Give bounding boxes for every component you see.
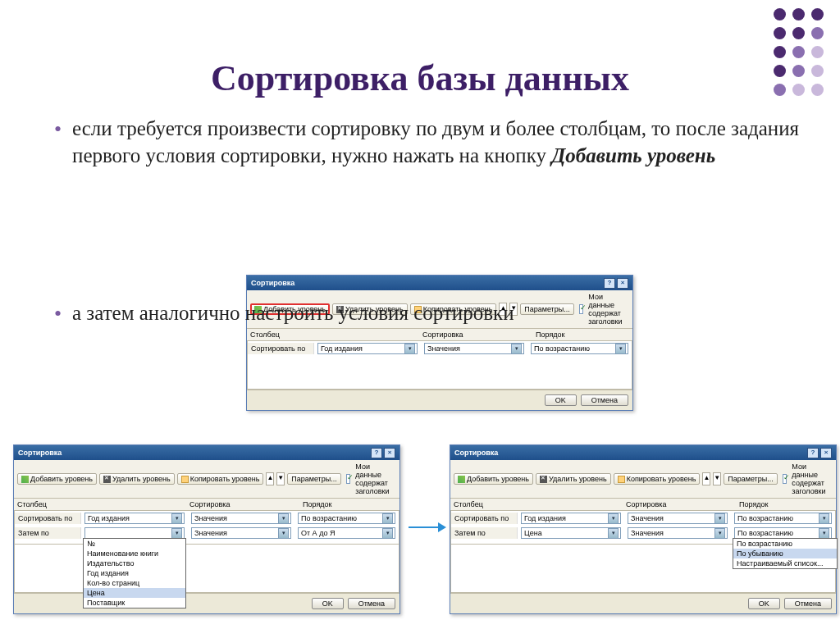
order-dropdown[interactable]: По возрастанию По убыванию Настраиваемый… bbox=[733, 538, 838, 569]
headers-checkbox[interactable] bbox=[346, 474, 351, 484]
order-combo[interactable]: По возрастанию▾ bbox=[734, 513, 832, 524]
dropdown-item[interactable]: Настраиваемый список... bbox=[733, 558, 837, 568]
sorton-combo[interactable]: Значения▾ bbox=[628, 513, 728, 524]
dropdown-item[interactable]: Цена bbox=[84, 588, 185, 598]
order-combo-2[interactable]: От А до Я▾ bbox=[298, 527, 395, 539]
order-combo[interactable]: По возрастанию▾ bbox=[531, 343, 628, 354]
move-up-button[interactable]: ▲ bbox=[702, 472, 710, 485]
copy-level-button[interactable]: Копировать уровень bbox=[614, 473, 701, 485]
svg-marker-1 bbox=[438, 522, 446, 532]
sorton-combo[interactable]: Значения▾ bbox=[191, 513, 291, 524]
column-combo-2[interactable]: Цена▾ bbox=[521, 527, 621, 539]
col-header-sort: Сортировка bbox=[419, 329, 532, 340]
dialog-titlebar: Сортировка ?× bbox=[450, 445, 836, 460]
delete-level-button[interactable]: Удалить уровень bbox=[99, 473, 175, 485]
order-combo[interactable]: По возрастанию▾ bbox=[298, 513, 395, 524]
dropdown-item[interactable]: По возрастанию bbox=[733, 539, 837, 549]
ok-button[interactable]: OK bbox=[748, 598, 780, 609]
params-button[interactable]: Параметры... bbox=[724, 473, 777, 485]
copy-icon bbox=[618, 476, 625, 483]
column-combo-2[interactable]: ▾ bbox=[84, 527, 185, 539]
sort-dialog-1: Сортировка ? × Добавить уровень Удалить … bbox=[246, 275, 633, 411]
bullet-1: если требуется произвести сортировку по … bbox=[49, 116, 807, 169]
close-icon[interactable]: × bbox=[820, 448, 832, 458]
ok-button[interactable]: OK bbox=[545, 394, 577, 406]
move-down-button[interactable]: ▼ bbox=[276, 472, 285, 485]
copy-level-button[interactable]: Копировать уровень bbox=[177, 473, 264, 485]
chevron-down-icon: ▾ bbox=[511, 344, 522, 354]
sort-dialog-2: Сортировка ?× Добавить уровень Удалить у… bbox=[13, 444, 400, 614]
delete-level-button[interactable]: Удалить уровень bbox=[536, 473, 611, 485]
add-icon bbox=[458, 476, 465, 483]
sortby-label: Сортировать по bbox=[248, 343, 314, 354]
close-icon[interactable]: × bbox=[384, 448, 395, 458]
bullet-2: а затем аналогично настроить условия сор… bbox=[49, 300, 807, 327]
cancel-button[interactable]: Отмена bbox=[348, 598, 395, 609]
bullet-1-bold: Добавить уровень bbox=[551, 144, 715, 166]
flow-arrow-icon bbox=[409, 518, 446, 540]
help-icon[interactable]: ? bbox=[371, 448, 382, 458]
dropdown-item[interactable]: № bbox=[84, 539, 185, 549]
page-title: Сортировка базы данных bbox=[0, 57, 840, 99]
headers-checkbox[interactable] bbox=[783, 474, 788, 484]
cancel-button[interactable]: Отмена bbox=[784, 598, 832, 609]
help-icon[interactable]: ? bbox=[604, 278, 615, 289]
close-icon[interactable]: × bbox=[617, 278, 628, 289]
delete-icon bbox=[540, 476, 547, 483]
sorton-combo[interactable]: Значения▾ bbox=[424, 343, 524, 354]
ok-button[interactable]: OK bbox=[312, 598, 344, 609]
col-header-order: Порядок bbox=[532, 329, 632, 340]
dropdown-item[interactable]: Кол-во страниц bbox=[84, 578, 185, 588]
dropdown-item[interactable]: Издательство bbox=[84, 558, 185, 568]
dropdown-item[interactable]: Наименование книги bbox=[84, 549, 185, 558]
dropdown-item[interactable]: Год издания bbox=[84, 568, 185, 578]
dropdown-item[interactable]: Поставщик bbox=[84, 598, 185, 608]
chevron-down-icon: ▾ bbox=[404, 344, 415, 354]
order-combo-2[interactable]: По возрастанию▾ bbox=[734, 527, 832, 539]
dialog-title-text: Сортировка bbox=[251, 279, 294, 287]
column-combo[interactable]: Год издания▾ bbox=[521, 513, 621, 524]
add-level-button[interactable]: Добавить уровень bbox=[17, 473, 97, 485]
help-icon[interactable]: ? bbox=[807, 448, 819, 458]
sorton-combo-2[interactable]: Значения▾ bbox=[628, 527, 728, 539]
cancel-button[interactable]: Отмена bbox=[581, 394, 628, 406]
dropdown-item[interactable]: По убыванию bbox=[733, 549, 837, 558]
add-icon bbox=[21, 476, 29, 483]
move-down-button[interactable]: ▼ bbox=[713, 472, 721, 485]
dialog-titlebar: Сортировка ?× bbox=[14, 445, 399, 460]
decorative-dots bbox=[774, 8, 824, 103]
column-combo[interactable]: Год издания▾ bbox=[84, 513, 185, 524]
delete-icon bbox=[103, 476, 111, 483]
chevron-down-icon: ▾ bbox=[615, 344, 626, 354]
add-level-button[interactable]: Добавить уровень bbox=[454, 473, 533, 485]
move-up-button[interactable]: ▲ bbox=[266, 472, 274, 485]
column-combo[interactable]: Год издания▾ bbox=[317, 343, 418, 354]
column-dropdown[interactable]: №Наименование книгиИздательствоГод издан… bbox=[83, 538, 186, 608]
dialog-titlebar: Сортировка ? × bbox=[247, 276, 632, 290]
sort-dialog-3: Сортировка ?× Добавить уровень Удалить у… bbox=[450, 444, 837, 614]
copy-icon bbox=[181, 476, 189, 483]
sorton-combo-2[interactable]: Значения▾ bbox=[191, 527, 291, 539]
params-button[interactable]: Параметры... bbox=[287, 473, 340, 485]
col-header-column: Столбец bbox=[247, 329, 313, 340]
